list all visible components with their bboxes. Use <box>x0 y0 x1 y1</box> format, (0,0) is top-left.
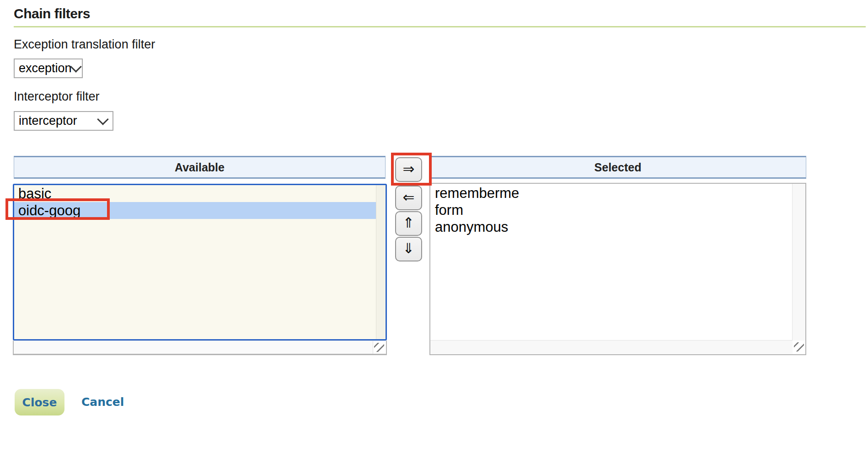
horizontal-scrollbar-track[interactable] <box>430 340 793 354</box>
move-down-button[interactable]: ⇓ <box>395 237 422 261</box>
exception-filter-select[interactable]: exception <box>14 59 83 78</box>
annotation-rect-move-right-button <box>391 153 432 186</box>
cancel-link[interactable]: Cancel <box>81 395 124 409</box>
available-panel-header: Available <box>14 156 386 179</box>
list-option-anonymous[interactable]: anonymous <box>430 218 792 235</box>
available-header-label: Available <box>175 161 225 174</box>
exception-filter-label: Exception translation filter <box>14 37 155 52</box>
exception-filter-value: exception <box>19 61 72 75</box>
double-arrow-up-icon: ⇑ <box>403 214 415 231</box>
close-button[interactable]: Close <box>15 389 64 415</box>
selected-header-label: Selected <box>595 161 642 174</box>
interceptor-filter-value: interceptor <box>19 114 77 128</box>
horizontal-scrollbar-track[interactable] <box>13 341 387 355</box>
selected-list[interactable]: rememberme form anonymous <box>429 183 806 355</box>
move-up-button[interactable]: ⇑ <box>395 211 422 236</box>
resize-grip-icon[interactable] <box>794 342 804 351</box>
double-arrow-left-icon: ⇐ <box>403 189 415 205</box>
annotation-rect-oidc-goog <box>5 198 110 220</box>
vertical-scrollbar-track[interactable] <box>376 185 386 339</box>
vertical-scrollbar-track[interactable] <box>792 184 805 341</box>
resize-grip-icon[interactable] <box>374 343 384 352</box>
selected-panel-header: Selected <box>429 156 806 179</box>
chevron-down-icon <box>97 113 108 125</box>
selected-list-rows: rememberme form anonymous <box>430 185 792 235</box>
interceptor-filter-select[interactable]: interceptor <box>14 111 113 131</box>
page-title: Chain filters <box>14 6 90 21</box>
move-left-button[interactable]: ⇐ <box>395 186 422 210</box>
interceptor-filter-label: Interceptor filter <box>14 90 100 104</box>
scrollbar-corner <box>793 341 805 354</box>
list-option-form[interactable]: form <box>430 202 792 218</box>
list-option-rememberme[interactable]: rememberme <box>430 185 792 202</box>
title-underline-rule <box>14 26 866 27</box>
double-arrow-down-icon: ⇓ <box>403 240 415 256</box>
scrollbar-corner <box>373 341 386 354</box>
chevron-down-icon <box>70 61 81 72</box>
chain-filters-page: Chain filters Exception translation filt… <box>0 0 868 458</box>
